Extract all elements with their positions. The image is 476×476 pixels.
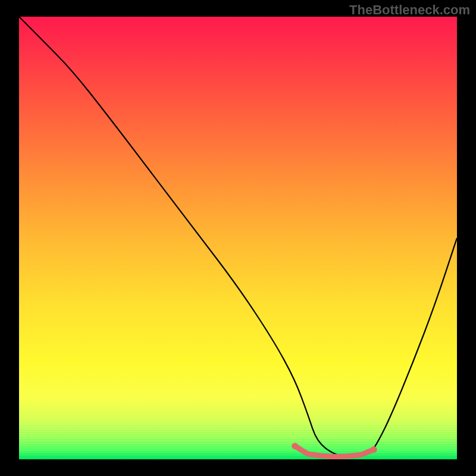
bottleneck-curve-path [19,17,457,456]
optimal-range-highlight [292,443,377,456]
optimal-range-start-dot [292,443,298,449]
optimal-range-end-dot [371,446,377,453]
optimal-range-line [295,446,374,457]
watermark-text: TheBottleneck.com [349,2,470,18]
curve-svg [19,17,457,459]
chart-container: TheBottleneck.com [0,0,476,476]
plot-area [19,17,457,459]
